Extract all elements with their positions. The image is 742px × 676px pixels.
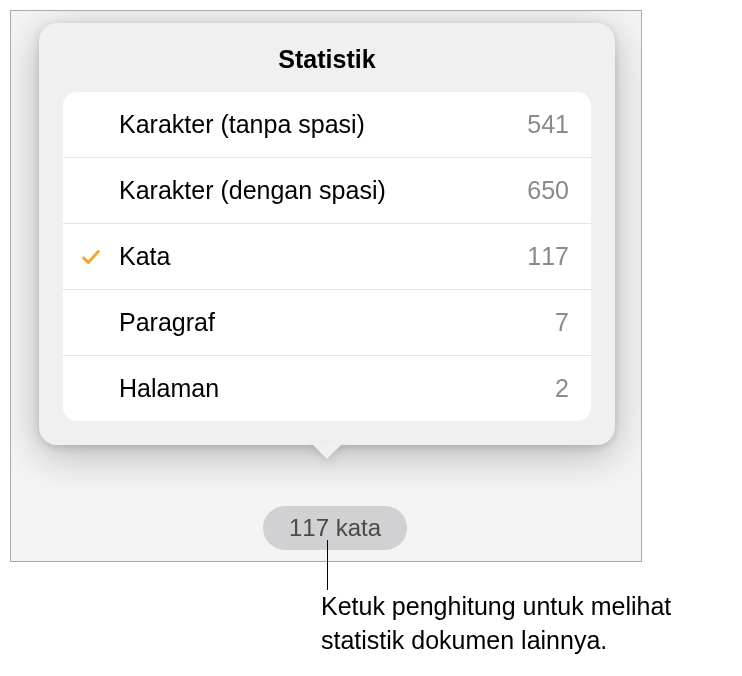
stat-label: Halaman [119, 374, 555, 403]
stat-label: Karakter (tanpa spasi) [119, 110, 527, 139]
stat-row-paragraphs[interactable]: Paragraf 7 [63, 290, 591, 356]
stat-value: 7 [555, 308, 569, 337]
stat-value: 650 [527, 176, 569, 205]
stat-value: 541 [527, 110, 569, 139]
stat-value: 2 [555, 374, 569, 403]
popover-title: Statistik [39, 23, 615, 92]
stat-label: Kata [119, 242, 527, 271]
stat-label: Paragraf [119, 308, 555, 337]
callout-text: Ketuk penghitung untuk melihat statistik… [321, 590, 731, 658]
statistics-list: Karakter (tanpa spasi) 541 Karakter (den… [63, 92, 591, 421]
stat-row-chars-with-space[interactable]: Karakter (dengan spasi) 650 [63, 158, 591, 224]
check-column [63, 246, 119, 268]
word-count-pill[interactable]: 117 kata [263, 506, 407, 550]
stat-row-chars-no-space[interactable]: Karakter (tanpa spasi) 541 [63, 92, 591, 158]
stat-label: Karakter (dengan spasi) [119, 176, 527, 205]
stat-row-pages[interactable]: Halaman 2 [63, 356, 591, 421]
statistics-popover: Statistik Karakter (tanpa spasi) 541 Kar… [39, 23, 615, 445]
callout-line [327, 540, 328, 590]
stat-row-words[interactable]: Kata 117 [63, 224, 591, 290]
checkmark-icon [80, 246, 102, 268]
stat-value: 117 [527, 242, 569, 271]
app-viewport: Statistik Karakter (tanpa spasi) 541 Kar… [10, 10, 642, 562]
